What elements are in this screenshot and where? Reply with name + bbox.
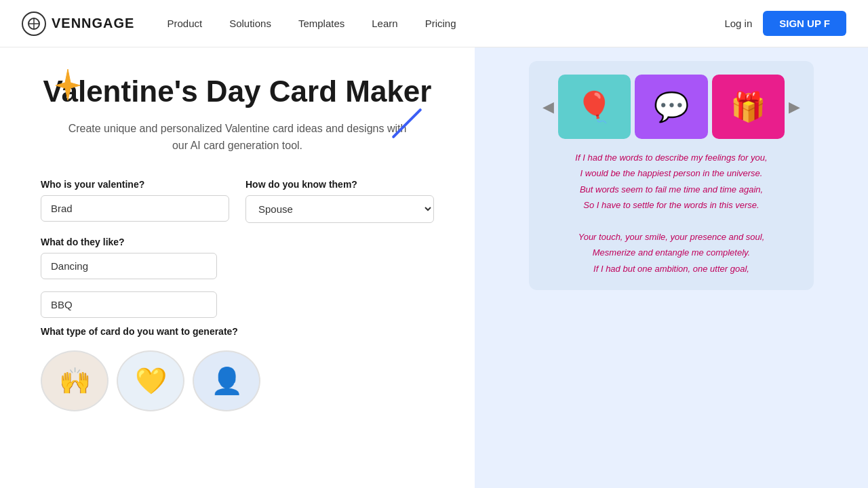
nav-templates[interactable]: Templates — [298, 18, 344, 29]
logo-icon — [22, 12, 46, 36]
card-type-highfive[interactable]: 🙌 — [41, 350, 108, 411]
form-group-card-type: What type of card do you want to generat… — [41, 326, 434, 411]
like2-input[interactable] — [41, 291, 217, 318]
valentine-input[interactable] — [41, 195, 229, 222]
chat-icon: 💬 — [654, 90, 689, 123]
chat-card[interactable]: 💬 — [635, 75, 707, 139]
likes-label: What do they like? — [41, 237, 434, 247]
like1-input[interactable] — [41, 253, 217, 279]
balloon-icon: 🎈 — [576, 89, 613, 125]
form-group-relation: How do you know them? Spouse Partner Fri… — [245, 179, 434, 223]
poem-line-6: Mesmerize and entangle me completely. — [542, 245, 800, 260]
poem-line-3: But words seem to fail me time and time … — [542, 182, 800, 197]
nav-solutions[interactable]: Solutions — [229, 18, 271, 29]
logo-text: VENNGAGE — [52, 16, 134, 31]
relation-label: How do you know them? — [245, 179, 434, 190]
nav-links: Product Solutions Templates Learn Pricin… — [167, 18, 724, 29]
card-poem: If I had the words to describe my feelin… — [542, 150, 800, 277]
relation-select[interactable]: Spouse Partner Friend Family Colleague — [245, 195, 434, 223]
right-panel: ◀ 🎈 💬 🎁 ▶ If I had the words to describe… — [475, 47, 868, 488]
left-arrow-icon: ◀ — [542, 98, 554, 116]
gift-icon: 🎁 — [730, 90, 766, 123]
logo[interactable]: VENNGAGE — [22, 12, 134, 36]
poem-line-1: If I had the words to describe my feelin… — [542, 150, 800, 165]
left-panel: Valentine's Day Card Maker Create unique… — [0, 47, 475, 488]
main-content: Valentine's Day Card Maker Create unique… — [0, 47, 868, 488]
heart-icon: 💛 — [135, 366, 167, 396]
card-type-profile[interactable]: 👤 — [193, 350, 260, 411]
poem-line-7: If I had but one ambition, one utter goa… — [542, 261, 800, 277]
poem-line-4: So I have to settle for the words in thi… — [542, 197, 800, 213]
card-type-heart[interactable]: 💛 — [117, 350, 184, 411]
form-row-1: Who is your valentine? How do you know t… — [41, 179, 434, 223]
gift-card[interactable]: 🎁 — [712, 75, 785, 139]
card-type-row: 🙌 💛 👤 — [41, 350, 434, 411]
form-group-likes: What do they like? — [41, 237, 434, 318]
login-button[interactable]: Log in — [724, 18, 752, 29]
poem-line-2: I would be the happiest person in the un… — [542, 165, 800, 181]
balloon-card[interactable]: 🎈 — [558, 75, 631, 139]
card-type-label: What type of card do you want to generat… — [41, 326, 434, 337]
nav-actions: Log in SIGN UP F — [724, 11, 846, 36]
nav-learn[interactable]: Learn — [372, 18, 397, 29]
form-section: Who is your valentine? How do you know t… — [41, 179, 434, 411]
spark-icon — [54, 68, 81, 107]
highfive-icon: 🙌 — [59, 366, 91, 396]
card-icons-container: ◀ 🎈 💬 🎁 ▶ — [542, 75, 800, 139]
right-arrow-icon: ▶ — [789, 98, 800, 116]
nav-pricing[interactable]: Pricing — [425, 18, 456, 29]
signup-button[interactable]: SIGN UP F — [763, 11, 846, 36]
form-group-valentine: Who is your valentine? — [41, 179, 229, 223]
navbar: VENNGAGE Product Solutions Templates Lea… — [0, 0, 868, 47]
hero-subtitle: Create unique and personalized Valentine… — [68, 120, 407, 155]
valentine-label: Who is your valentine? — [41, 179, 229, 190]
profile-icon: 👤 — [211, 366, 243, 396]
poem-line-5: Your touch, your smile, your presence an… — [542, 229, 800, 245]
nav-product[interactable]: Product — [167, 18, 202, 29]
hero-section: Valentine's Day Card Maker Create unique… — [41, 75, 434, 155]
card-preview: ◀ 🎈 💬 🎁 ▶ If I had the words to describe… — [529, 61, 814, 290]
hero-title: Valentine's Day Card Maker — [41, 75, 434, 109]
